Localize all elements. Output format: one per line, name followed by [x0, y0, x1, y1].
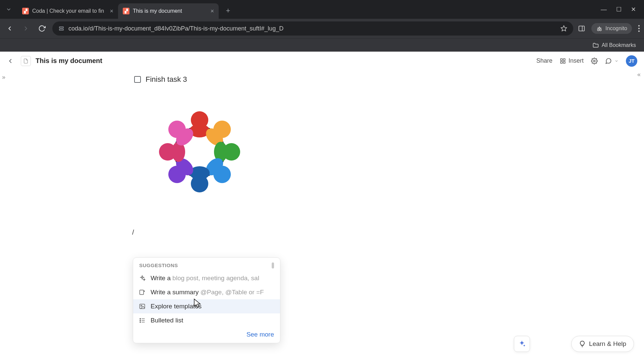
close-icon[interactable]: × — [210, 8, 214, 15]
doc-icon[interactable] — [21, 56, 31, 66]
svg-rect-0 — [59, 27, 63, 28]
all-bookmarks-label: All Bookmarks — [602, 42, 636, 48]
comments-button[interactable] — [605, 58, 619, 64]
svg-point-8 — [638, 25, 640, 26]
nav-forward-button[interactable] — [20, 23, 32, 34]
suggestion-hint: @Page, @Table or =F — [201, 289, 264, 296]
svg-rect-12 — [563, 59, 565, 60]
expand-right-panel-button[interactable]: « — [637, 71, 641, 78]
all-bookmarks-button[interactable]: All Bookmarks — [592, 42, 636, 49]
teamwork-logo-image — [148, 100, 252, 204]
url-field[interactable]: coda.io/d/This-is-my-document_d84Iv0ZibP… — [52, 21, 573, 36]
browser-tab-1[interactable]: ▞ This is my document × — [118, 3, 219, 19]
suggestion-bulleted-list[interactable]: Bulleted list — [133, 313, 280, 327]
expand-left-panel-button[interactable]: » — [2, 74, 5, 81]
app-area: This is my document Share Insert JT » « … — [0, 52, 644, 362]
svg-rect-34 — [140, 304, 145, 308]
share-label: Share — [536, 57, 552, 64]
svg-rect-14 — [563, 61, 565, 63]
comment-icon — [605, 58, 612, 64]
checklist-label: Finish task 3 — [146, 75, 187, 84]
suggestion-explore-templates[interactable]: Explore templates — [133, 299, 280, 313]
gear-icon — [591, 58, 598, 64]
svg-point-6 — [600, 29, 601, 31]
suggestions-heading: SUGGESTIONS — [139, 262, 178, 268]
browser-tab-0[interactable]: ▞ Coda | Check your email to fin × — [17, 3, 118, 19]
suggestion-write-summary[interactable]: Write a summary @Page, @Table or =F — [133, 285, 280, 299]
svg-rect-1 — [59, 29, 63, 31]
bookmark-star-icon[interactable] — [560, 25, 567, 32]
close-icon[interactable]: × — [110, 8, 113, 15]
browser-tabstrip: ▞ Coda | Check your email to fin × ▞ Thi… — [0, 0, 644, 19]
incognito-indicator[interactable]: Incognito — [591, 23, 632, 34]
window-controls: ― ☐ ✕ — [601, 0, 644, 19]
summary-icon — [139, 289, 146, 296]
suggestion-label: Write a summary — [151, 289, 201, 296]
sparkle-icon — [518, 340, 526, 348]
url-text: coda.io/d/This-is-my-document_d84Iv0ZibP… — [68, 25, 283, 32]
app-header: This is my document Share Insert JT — [0, 52, 644, 70]
svg-point-5 — [597, 29, 599, 31]
learn-help-label: Learn & Help — [589, 340, 626, 348]
address-bar: coda.io/d/This-is-my-document_d84Iv0ZibP… — [0, 19, 644, 38]
embedded-image[interactable] — [148, 100, 252, 204]
avatar-initials: JT — [629, 58, 635, 64]
insert-label: Insert — [569, 57, 584, 64]
see-more-link[interactable]: See more — [247, 331, 274, 338]
list-icon — [139, 317, 146, 324]
scrollbar-thumb[interactable] — [272, 262, 274, 268]
tab-title: This is my document — [133, 8, 207, 14]
svg-marker-2 — [561, 26, 567, 31]
ai-assistant-button[interactable] — [514, 336, 530, 352]
coda-favicon: ▞ — [22, 8, 29, 14]
suggestion-label: Explore templates — [151, 303, 202, 310]
svg-rect-33 — [140, 290, 144, 294]
incognito-label: Incognito — [605, 25, 627, 32]
doc-title[interactable]: This is my document — [36, 57, 102, 65]
checkbox[interactable] — [134, 76, 141, 83]
insert-button[interactable]: Insert — [560, 57, 584, 64]
checklist-item[interactable]: Finish task 3 — [134, 75, 644, 84]
svg-rect-11 — [560, 59, 562, 60]
minimize-button[interactable]: ― — [601, 6, 607, 13]
svg-point-10 — [638, 31, 640, 32]
site-settings-icon[interactable] — [58, 25, 64, 32]
settings-button[interactable] — [591, 58, 598, 64]
suggestion-hint: blog post, meeting agenda, sal — [172, 275, 259, 282]
svg-rect-13 — [560, 61, 562, 63]
learn-help-button[interactable]: Learn & Help — [571, 336, 634, 352]
avatar[interactable]: JT — [626, 55, 637, 67]
svg-point-35 — [141, 305, 142, 306]
suggestion-label: Bulleted list — [151, 317, 183, 324]
incognito-icon — [596, 25, 603, 32]
suggestion-label: Write a — [151, 275, 172, 282]
slash-command-text[interactable]: / — [132, 229, 644, 236]
nav-back-button[interactable] — [4, 23, 15, 34]
chevron-down-icon — [614, 59, 619, 63]
doc-back-button[interactable] — [7, 57, 16, 65]
lightbulb-icon — [579, 341, 586, 347]
suggestion-write-a[interactable]: Write a blog post, meeting agenda, sal — [133, 271, 280, 285]
side-panel-icon[interactable] — [578, 25, 585, 32]
sparkle-icon — [139, 275, 146, 282]
tab-title: Coda | Check your email to fin — [32, 8, 106, 14]
reload-button[interactable] — [36, 23, 48, 34]
share-button[interactable]: Share — [536, 57, 552, 64]
folder-icon — [592, 42, 599, 49]
insert-grid-icon — [560, 58, 566, 64]
svg-point-15 — [594, 60, 595, 62]
maximize-button[interactable]: ☐ — [616, 6, 622, 13]
slash-suggestions-menu: SUGGESTIONS Write a blog post, meeting a… — [133, 257, 280, 343]
browser-menu-icon[interactable] — [638, 25, 640, 32]
bookmarks-bar: All Bookmarks — [0, 38, 644, 52]
svg-rect-3 — [579, 26, 585, 31]
close-window-button[interactable]: ✕ — [631, 6, 636, 13]
svg-point-38 — [140, 320, 141, 321]
svg-point-40 — [140, 322, 141, 323]
document-content[interactable]: Finish task 3 — [0, 70, 644, 236]
svg-point-9 — [638, 28, 640, 29]
image-icon — [139, 303, 146, 310]
new-tab-button[interactable]: + — [221, 4, 235, 17]
coda-favicon: ▞ — [123, 8, 129, 14]
tabs-dropdown-button[interactable] — [0, 0, 17, 19]
